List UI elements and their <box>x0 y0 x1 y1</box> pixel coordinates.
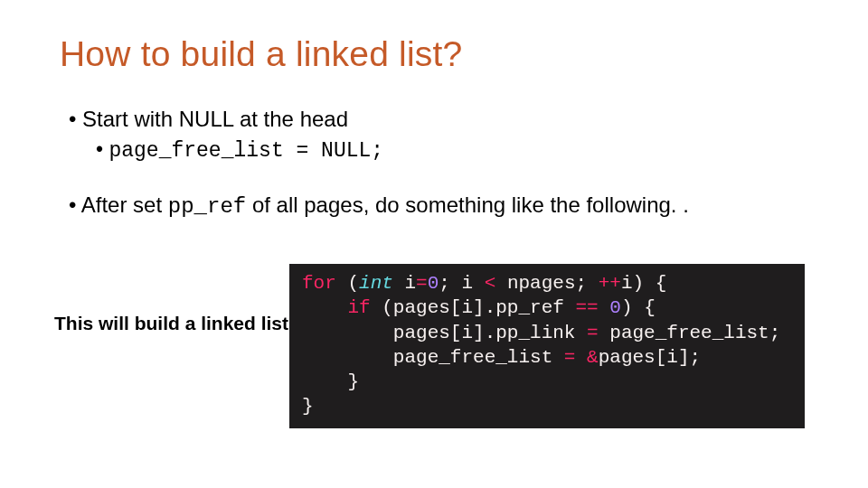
op-eq-3b: = <box>564 347 576 368</box>
op-eq: == <box>575 297 598 318</box>
op-eq-3a: = <box>587 323 599 343</box>
bullet-1: Start with NULL at the head <box>69 105 814 134</box>
bullet-2-code: pp_ref <box>168 194 246 219</box>
kw-if: if <box>347 297 370 318</box>
code-block: for (int i=0; i < npages; ++i) { if (pag… <box>289 264 805 428</box>
code-indent3b <box>302 347 393 368</box>
bullet-2-post: of all pages, do something like the foll… <box>246 192 689 217</box>
code-l3b-rhs2: pages[i]; <box>599 347 701 368</box>
type-int: int <box>359 273 393 294</box>
kw-for: for <box>302 273 336 294</box>
bullet-list: Start with NULL at the head page_free_li… <box>69 105 814 222</box>
bullet-1a: page_free_list = NULL; <box>96 136 814 165</box>
num-0b: 0 <box>609 297 621 318</box>
op-amp: & <box>587 347 599 368</box>
num-0: 0 <box>428 273 439 294</box>
brace-close-outer: } <box>302 396 314 417</box>
op-lt: < <box>485 273 496 294</box>
code-l3a: pages[i].pp_link <box>393 323 587 343</box>
op-inc: ++ <box>599 273 621 294</box>
code-cond-close: ) { <box>621 297 656 318</box>
code-l3a-rhs: page_free_list; <box>599 323 781 343</box>
code-i2: i) { <box>621 273 666 294</box>
slide-title: How to build a linked list? <box>60 34 814 74</box>
code-lpar: ( <box>336 273 359 294</box>
bullet-2: After set pp_ref of all pages, do someth… <box>69 191 814 221</box>
code-decl: i <box>393 273 416 294</box>
bullet-1-text: Start with NULL at the head <box>82 107 348 131</box>
code-l3b: page_free_list <box>393 347 564 368</box>
bullet-1a-code: page_free_list = NULL; <box>108 139 383 163</box>
code-cond-open: (pages[i].pp_ref <box>371 297 576 318</box>
brace-close-inner: } <box>347 371 359 392</box>
code-indent2 <box>302 297 347 318</box>
op-assign: = <box>416 273 428 294</box>
code-indent4 <box>302 371 347 392</box>
code-sp <box>599 297 610 318</box>
code-l3b-rhs <box>575 347 587 368</box>
bullet-2-pre: After set <box>81 192 168 217</box>
aside-text: This will build a linked list… <box>54 313 307 334</box>
code-indent3a <box>302 323 393 343</box>
slide: How to build a linked list? Start with N… <box>0 0 868 488</box>
code-semi1: ; i <box>439 273 484 294</box>
code-npages: npages; <box>495 273 598 294</box>
